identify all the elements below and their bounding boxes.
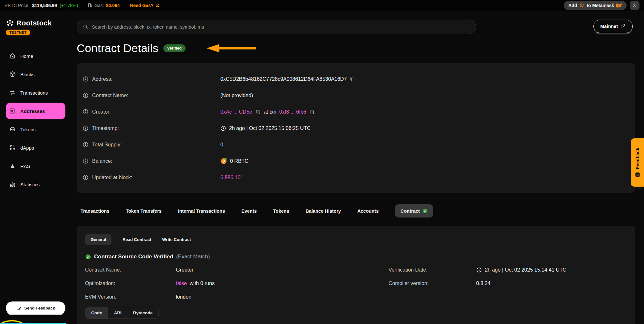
total-supply-value: 0: [220, 142, 223, 148]
add-to-metamask-button[interactable]: Add to Metamask: [564, 1, 627, 10]
tab-contract[interactable]: Contract: [395, 204, 433, 218]
address-value: 0xC5D2B6b48162C7728c9A008612D64FA8530A16…: [220, 76, 347, 82]
fields-left-column: Contract Name: Greeter Optimization: fal…: [85, 267, 389, 300]
search-bar[interactable]: [77, 20, 476, 34]
svg-text:B: B: [223, 159, 225, 163]
rootstock-flower-icon: [579, 3, 584, 8]
sidebar-item-transactions[interactable]: Transactions: [6, 87, 65, 98]
source-verified-line: Contract Source Code Verified (Exact Mat…: [85, 254, 627, 260]
detail-row-updated-block: Updated at block: 6,886,101: [82, 169, 635, 186]
copy-icon[interactable]: [350, 76, 355, 82]
sidebar-item-label: Blocks: [20, 72, 34, 77]
sidebar-menu: Home Blocks Transactions: [6, 50, 65, 197]
subtab-write-contract[interactable]: Write Contract: [162, 237, 191, 242]
timestamp-value: 2h ago | Oct 02 2025 15:06:25 UTC: [229, 125, 311, 131]
info-icon: [82, 92, 89, 98]
updated-block-link[interactable]: 6,886,101: [220, 175, 243, 181]
rbtc-price-change: (+1.78%): [60, 3, 78, 8]
tab-balance-history[interactable]: Balance History: [306, 208, 341, 214]
abi-tab[interactable]: ABI: [108, 307, 127, 319]
feedback-tab-label: Feedback: [635, 148, 640, 169]
gas-value: $0.064: [106, 3, 120, 8]
sidebar-item-label: dApps: [20, 145, 34, 151]
tab-token-transfers[interactable]: Token Transfers: [126, 208, 161, 214]
add-metamask-pre-label: Add: [568, 3, 577, 8]
external-link-icon: [621, 24, 626, 29]
field-label: Contract Name:: [85, 267, 176, 273]
optimization-flag: false: [176, 281, 187, 286]
detail-row-creator: Creator: 0xAc ... CD5e at txn 0xf3 ... 6…: [82, 104, 635, 120]
balance-value: 0 RBTC: [230, 158, 248, 164]
rbtc-price-label: RBTC Price:: [5, 3, 30, 8]
tab-accounts[interactable]: Accounts: [357, 208, 379, 214]
need-gas-link[interactable]: Need Gas?: [130, 3, 159, 8]
feedback-side-tab[interactable]: Feedback: [631, 138, 644, 187]
external-link-icon: [155, 3, 159, 7]
check-circle-icon: [422, 208, 428, 214]
info-icon: [82, 158, 89, 164]
sidebar-item-home[interactable]: Home: [6, 50, 65, 62]
sidebar: Rootstock TESTNET Home Blocks: [0, 11, 70, 324]
field-label: Verification Date:: [389, 267, 476, 273]
sidebar-item-label: Statistics: [20, 182, 40, 187]
detail-label: Timestamp:: [92, 125, 119, 131]
detail-row-timestamp: Timestamp: 2h ago | Oct 02 2025 15:06:25…: [82, 120, 635, 136]
info-icon: [82, 142, 89, 148]
verified-suffix: (Exact Match): [176, 254, 210, 260]
brand[interactable]: Rootstock: [6, 19, 65, 27]
info-icon: [82, 125, 89, 131]
page-title: Contract Details: [77, 42, 159, 55]
info-icon: [82, 109, 89, 115]
rootstock-gray-icon: [632, 3, 637, 8]
home-icon: [9, 53, 16, 59]
code-tab[interactable]: Code: [85, 307, 108, 319]
tab-tokens[interactable]: Tokens: [273, 208, 289, 214]
bar-chart-icon: [9, 181, 16, 188]
info-icon: [82, 76, 89, 82]
sidebar-item-blocks[interactable]: Blocks: [6, 69, 65, 80]
copy-icon[interactable]: [255, 109, 261, 115]
detail-row-total-supply: Total Supply: 0: [82, 136, 635, 153]
network-switch-button[interactable]: Mainnet: [593, 20, 633, 33]
clock-icon: [220, 125, 226, 131]
detail-row-balance: Balance: B 0 RBTC: [82, 153, 635, 169]
detail-label: Updated at block:: [92, 175, 132, 181]
main-content: Mainnet Contract Details Verified: [70, 11, 644, 324]
annotation-arrow-icon: [206, 43, 257, 53]
creator-tx-link[interactable]: 0xf3 ... 6fb6: [279, 109, 306, 115]
swap-arrows-icon: [9, 89, 16, 96]
tab-transactions[interactable]: Transactions: [81, 208, 109, 214]
sidebar-item-statistics[interactable]: Statistics: [6, 179, 65, 190]
sidebar-item-ras[interactable]: RAS: [6, 160, 65, 172]
subtab-read-contract[interactable]: Read Contract: [122, 237, 151, 242]
contract-panel: General Read Contract Write Contract Con…: [77, 226, 635, 324]
subtab-general[interactable]: General: [85, 234, 111, 245]
sidebar-item-addresses[interactable]: Addresses: [6, 103, 65, 119]
sidebar-item-label: Transactions: [20, 90, 48, 96]
detail-label: Address:: [92, 76, 112, 82]
contract-subtabs: General Read Contract Write Contract: [85, 234, 627, 245]
search-input[interactable]: [92, 24, 470, 30]
rootstock-explorer-screen: RBTC Price: $119,506.99 (+1.78%) Gas: $0…: [0, 0, 644, 324]
sidebar-item-tokens[interactable]: Tokens: [6, 124, 65, 135]
send-feedback-button[interactable]: Send Feedback: [6, 301, 65, 314]
send-feedback-label: Send Feedback: [24, 306, 55, 310]
bytecode-tab[interactable]: Bytecode: [127, 307, 159, 319]
creator-address-link[interactable]: 0xAc ... CD5e: [220, 109, 252, 115]
cube-icon: [9, 71, 16, 78]
field-label: Optimization:: [85, 281, 176, 286]
sidebar-item-label: RAS: [20, 163, 30, 169]
tab-internal-transactions[interactable]: Internal Transactions: [178, 208, 225, 214]
network-button-label: Mainnet: [600, 24, 618, 29]
clock-icon: [476, 267, 482, 273]
rootstock-theme-button[interactable]: [630, 1, 639, 10]
detail-row-address: Address: 0xC5D2B6b48162C7728c9A008612D64…: [82, 71, 635, 87]
tab-events[interactable]: Events: [241, 208, 257, 214]
sidebar-item-dapps[interactable]: dApps: [6, 142, 65, 153]
copy-icon[interactable]: [309, 109, 315, 115]
creator-mid-text: at txn: [264, 109, 276, 115]
info-icon: [82, 174, 89, 181]
detail-label: Balance:: [92, 158, 112, 164]
contract-name-value: (Not provided): [220, 93, 253, 98]
sidebar-item-label: Addresses: [20, 108, 45, 114]
